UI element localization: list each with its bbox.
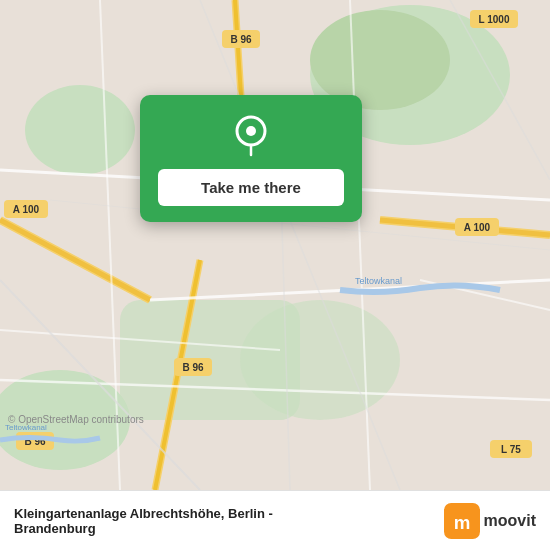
svg-text:L 75: L 75	[501, 444, 521, 455]
svg-text:A 100: A 100	[13, 204, 40, 215]
svg-text:L 1000: L 1000	[479, 14, 510, 25]
moovit-logo-icon: m	[444, 503, 480, 539]
map-attribution: © OpenStreetMap contributors	[8, 414, 144, 425]
svg-text:Teltowkanal: Teltowkanal	[355, 276, 402, 286]
moovit-text: moovit	[484, 512, 536, 530]
svg-point-3	[25, 85, 135, 175]
svg-text:A 100: A 100	[464, 222, 491, 233]
take-me-there-button[interactable]: Take me there	[158, 169, 344, 206]
svg-point-5	[240, 300, 400, 420]
svg-text:B 96: B 96	[230, 34, 252, 45]
place-name-line2: Brandenburg	[14, 521, 96, 536]
svg-point-44	[246, 126, 256, 136]
pin-icon	[229, 113, 273, 157]
svg-text:m: m	[453, 511, 470, 532]
moovit-logo: m moovit	[444, 503, 536, 539]
place-info: Kleingartenanlage Albrechtshöhe, Berlin …	[14, 506, 273, 536]
place-name-line1: Kleingartenanlage Albrechtshöhe, Berlin …	[14, 506, 273, 521]
map-container: B 96 B 96 B 96 A 100 A 100 L 1000 L 75	[0, 0, 550, 490]
svg-text:B 96: B 96	[182, 362, 204, 373]
destination-card: Take me there	[140, 95, 362, 222]
bottom-bar: Kleingartenanlage Albrechtshöhe, Berlin …	[0, 490, 550, 550]
place-name: Kleingartenanlage Albrechtshöhe, Berlin …	[14, 506, 273, 536]
